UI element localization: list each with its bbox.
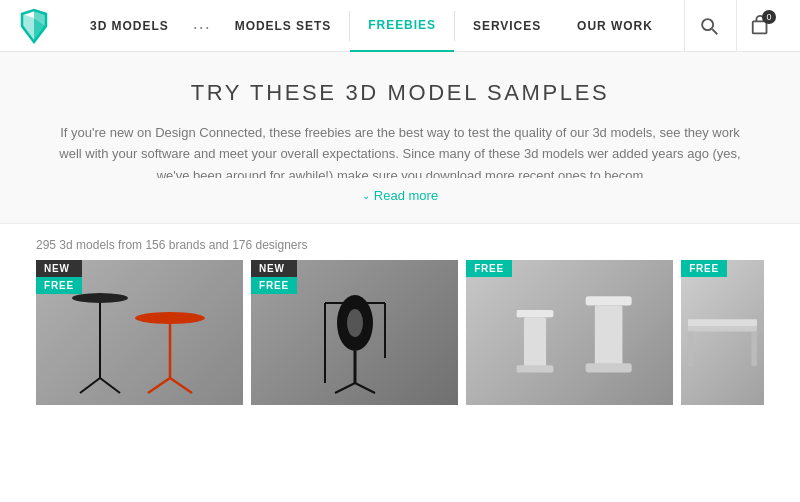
nav-item-services[interactable]: SERVICES — [455, 0, 559, 52]
svg-line-13 — [148, 378, 170, 393]
model-card[interactable]: FREE — [681, 260, 764, 405]
svg-point-16 — [347, 309, 363, 337]
models-grid: NEW FREE NEW FREE — [0, 260, 800, 405]
badge-free: FREE — [681, 260, 727, 277]
svg-rect-25 — [517, 365, 554, 372]
search-button[interactable] — [684, 0, 732, 52]
chevron-down-icon: ⌄ — [362, 190, 370, 201]
svg-line-9 — [80, 378, 100, 393]
badge-container: NEW FREE — [36, 260, 82, 294]
badge-new: NEW — [36, 260, 82, 277]
svg-rect-6 — [752, 21, 766, 33]
svg-line-21 — [335, 383, 355, 393]
subtitle-bar: 295 3d models from 156 brands and 176 de… — [0, 224, 800, 260]
badge-container: NEW FREE — [251, 260, 297, 294]
svg-point-12 — [135, 312, 205, 324]
svg-line-22 — [355, 383, 375, 393]
logo[interactable] — [16, 8, 52, 44]
nav-item-models-sets[interactable]: MODELS SETS — [217, 0, 350, 52]
svg-rect-29 — [688, 326, 757, 332]
page-title: TRY THESE 3D MODEL SAMPLES — [16, 80, 784, 106]
read-more-label: Read more — [374, 188, 438, 203]
svg-rect-31 — [752, 331, 758, 366]
model-image — [681, 260, 764, 405]
svg-rect-26 — [586, 296, 632, 305]
models-count-text: 295 3d models from 156 brands and 176 de… — [36, 238, 308, 252]
svg-marker-1 — [22, 14, 34, 42]
badge-container: FREE — [681, 260, 727, 277]
badge-free: FREE — [466, 260, 512, 277]
search-icon — [698, 15, 720, 37]
header-actions: 0 — [684, 0, 784, 52]
cart-button[interactable]: 0 — [736, 0, 784, 52]
svg-rect-32 — [688, 319, 757, 326]
nav-dots: ··· — [187, 17, 217, 52]
nav-item-freebies[interactable]: FREEBIES — [350, 0, 454, 52]
badge-new: NEW — [251, 260, 297, 277]
svg-line-5 — [712, 29, 717, 34]
badge-free: FREE — [36, 277, 82, 294]
read-more-button[interactable]: ⌄ Read more — [362, 188, 438, 203]
site-header: 3D MODELS ··· MODELS SETS FREEBIES SERVI… — [0, 0, 800, 52]
svg-line-14 — [170, 378, 192, 393]
svg-rect-28 — [586, 363, 632, 372]
svg-point-8 — [72, 293, 128, 303]
svg-line-10 — [100, 378, 120, 393]
nav-item-3d-models[interactable]: 3D MODELS — [72, 0, 187, 52]
nav-item-our-work[interactable]: OUR WORK — [559, 0, 671, 52]
badge-container: FREE — [466, 260, 512, 277]
model-card[interactable]: NEW FREE — [251, 260, 458, 405]
svg-point-4 — [702, 19, 713, 30]
svg-rect-27 — [595, 305, 623, 365]
hero-description: If you're new on Design Connected, these… — [50, 122, 750, 178]
badge-free: FREE — [251, 277, 297, 294]
cart-count: 0 — [762, 10, 776, 24]
svg-rect-24 — [524, 317, 546, 368]
model-card[interactable]: FREE — [466, 260, 673, 405]
svg-rect-30 — [688, 331, 694, 366]
hero-section: TRY THESE 3D MODEL SAMPLES If you're new… — [0, 52, 800, 224]
model-card[interactable]: NEW FREE — [36, 260, 243, 405]
model-image — [466, 260, 673, 405]
main-nav: 3D MODELS ··· MODELS SETS FREEBIES SERVI… — [72, 0, 684, 52]
svg-rect-23 — [517, 309, 554, 316]
